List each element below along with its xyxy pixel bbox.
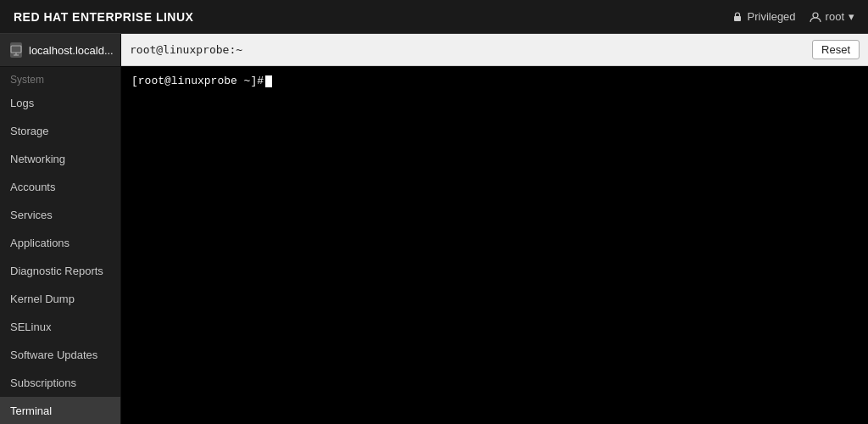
privileged-indicator: Privileged (732, 10, 796, 23)
terminal-cursor (265, 75, 272, 87)
svg-rect-2 (11, 46, 21, 53)
terminal-prompt-line: [root@linuxprobe ~]# (131, 75, 858, 87)
sidebar-host[interactable]: localhost.locald... (0, 34, 120, 67)
terminal-prompt-text: [root@linuxprobe ~]# (131, 75, 264, 87)
terminal-tab-label: root@linuxprobe:~ (130, 43, 242, 56)
host-icon (10, 42, 22, 58)
header-right-controls: Privileged root ▾ (732, 10, 855, 23)
sidebar-item-logs[interactable]: Logs (0, 89, 120, 117)
reset-button[interactable]: Reset (812, 40, 860, 59)
svg-rect-0 (734, 16, 741, 21)
main-content: localhost.locald... System Logs Storage … (0, 34, 868, 424)
lock-icon (732, 11, 743, 23)
sidebar-item-services[interactable]: Services (0, 201, 120, 229)
sidebar-item-terminal[interactable]: Terminal (0, 397, 120, 424)
sidebar-item-accounts[interactable]: Accounts (0, 173, 120, 201)
user-dropdown-arrow: ▾ (849, 10, 854, 23)
sidebar-item-applications[interactable]: Applications (0, 229, 120, 257)
app-title: RED HAT ENTERPRISE LINUX (14, 10, 193, 24)
sidebar-item-software-updates[interactable]: Software Updates (0, 341, 120, 369)
user-icon (810, 11, 821, 23)
sidebar-item-networking[interactable]: Networking (0, 145, 120, 173)
sidebar-item-diagnostic-reports[interactable]: Diagnostic Reports (0, 257, 120, 285)
sidebar-item-subscriptions[interactable]: Subscriptions (0, 369, 120, 397)
terminal-topbar: root@linuxprobe:~ Reset (121, 34, 868, 66)
sidebar-item-selinux[interactable]: SELinux (0, 313, 120, 341)
sidebar: localhost.locald... System Logs Storage … (0, 34, 121, 424)
svg-point-1 (813, 13, 818, 18)
sidebar-item-storage[interactable]: Storage (0, 117, 120, 145)
privileged-label: Privileged (748, 10, 796, 23)
terminal-output[interactable]: [root@linuxprobe ~]# (121, 66, 868, 424)
sidebar-section-system: System (0, 67, 120, 89)
sidebar-item-kernel-dump[interactable]: Kernel Dump (0, 285, 120, 313)
app-header: RED HAT ENTERPRISE LINUX Privileged root… (0, 0, 868, 34)
user-menu[interactable]: root ▾ (810, 10, 854, 23)
sidebar-host-label: localhost.locald... (29, 44, 114, 57)
terminal-area: root@linuxprobe:~ Reset [root@linuxprobe… (121, 34, 868, 424)
user-label: root (826, 10, 844, 23)
